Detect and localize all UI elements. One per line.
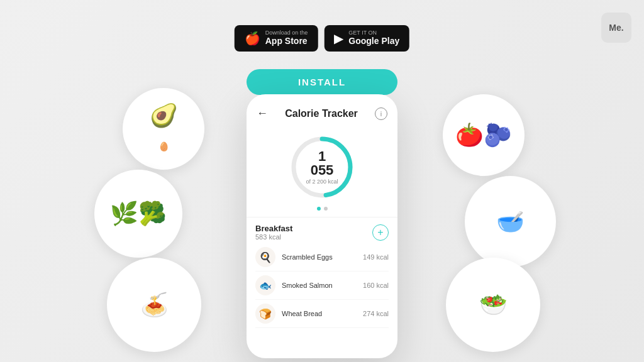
eggs-icon: 🍳 xyxy=(255,247,275,267)
google-play-label: GET IT ON xyxy=(348,30,399,36)
food-plate-mr: 🥣 xyxy=(465,176,556,267)
calorie-circle: 1 055 of 2 200 kcal xyxy=(287,133,357,202)
breakfast-name: Breakfast xyxy=(255,224,292,233)
breakfast-kcal: 583 kcal xyxy=(255,233,292,241)
install-button[interactable]: INSTALL xyxy=(247,69,397,95)
circle-text: 1 055 of 2 200 kcal xyxy=(305,150,340,185)
eggs-name: Scrambled Eggs xyxy=(282,253,363,261)
calorie-sub: of 2 200 kcal xyxy=(305,178,340,185)
food-item-bread[interactable]: 🍞 Wheat Bread 274 kcal xyxy=(255,300,389,328)
phone-header: ← Calorie Tracker i xyxy=(247,94,397,126)
food-icon-mr: 🥣 xyxy=(496,209,525,235)
info-label: i xyxy=(380,110,382,118)
bread-name: Wheat Bread xyxy=(282,310,363,317)
me-button[interactable]: Me. xyxy=(601,13,631,43)
add-icon: + xyxy=(377,227,383,238)
info-button[interactable]: i xyxy=(375,107,387,120)
dot-2 xyxy=(324,207,328,211)
calorie-number: 1 055 xyxy=(305,150,340,177)
bread-icon: 🍞 xyxy=(255,304,275,324)
phone-title: Calorie Tracker xyxy=(285,108,358,119)
food-icon-bl: 🍝 xyxy=(140,292,169,318)
google-play-icon: ▶ xyxy=(334,31,343,46)
app-store-name: App Store xyxy=(265,36,308,47)
bread-kcal: 274 kcal xyxy=(363,310,389,317)
food-item-salmon[interactable]: 🐟 Smoked Salmon 160 kcal xyxy=(255,272,389,300)
food-plate-tr: 🍅🫐 xyxy=(443,94,525,176)
food-icon-tr: 🍅🫐 xyxy=(455,122,512,148)
food-plate-ml: 🌿🥦 xyxy=(94,170,182,258)
add-breakfast-button[interactable]: + xyxy=(372,224,389,241)
google-play-button[interactable]: ▶ GET IT ON Google Play xyxy=(324,25,409,52)
food-icon-ml: 🌿🥦 xyxy=(110,200,167,227)
food-item-eggs[interactable]: 🍳 Scrambled Eggs 149 kcal xyxy=(255,243,389,272)
back-button[interactable]: ← xyxy=(257,107,268,120)
app-store-text: Download on the App Store xyxy=(265,30,308,47)
app-store-button[interactable]: 🍎 Download on the App Store xyxy=(235,25,318,52)
google-play-name: Google Play xyxy=(348,36,399,47)
app-store-label: Download on the xyxy=(265,30,308,36)
me-label: Me. xyxy=(609,23,623,33)
apple-icon: 🍎 xyxy=(245,31,260,46)
breakfast-section: Breakfast 583 kcal + 🍳 Scrambled Eggs 14… xyxy=(247,217,397,332)
store-buttons-container: 🍎 Download on the App Store ▶ GET IT ON … xyxy=(235,25,409,52)
install-label: INSTALL xyxy=(298,77,346,87)
food-icon-br: 🥗 xyxy=(479,292,508,318)
salmon-kcal: 160 kcal xyxy=(363,282,389,289)
phone-mockup: ← Calorie Tracker i 1 055 of 2 200 kcal … xyxy=(247,94,397,358)
calorie-circle-container: 1 055 of 2 200 kcal xyxy=(247,126,397,214)
food-icon-tl: 🥑🥚 xyxy=(150,102,178,155)
eggs-kcal: 149 kcal xyxy=(363,253,389,261)
food-plate-bl: 🍝 xyxy=(107,258,201,352)
breakfast-header: Breakfast 583 kcal + xyxy=(255,224,389,241)
food-plate-br: 🥗 xyxy=(446,258,540,352)
salmon-icon: 🐟 xyxy=(255,275,275,295)
salmon-name: Smoked Salmon xyxy=(282,282,363,289)
breakfast-info: Breakfast 583 kcal xyxy=(255,224,292,241)
food-plate-tl: 🥑🥚 xyxy=(123,88,204,170)
dot-1 xyxy=(317,207,321,211)
dot-indicators xyxy=(317,207,328,211)
google-play-text: GET IT ON Google Play xyxy=(348,30,399,47)
